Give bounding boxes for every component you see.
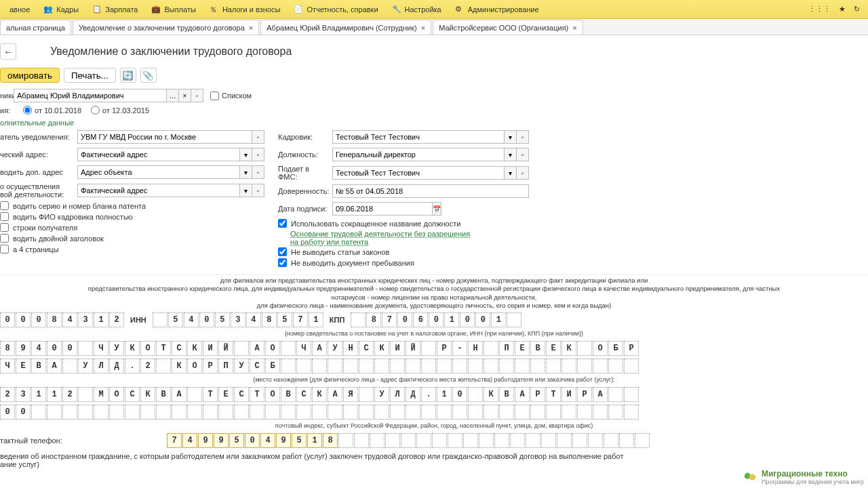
chk-no-laws[interactable] <box>278 247 287 256</box>
menu-salary[interactable]: 📋Зарплата <box>85 0 144 18</box>
cell: В <box>530 341 545 356</box>
calendar-button[interactable]: 📅 <box>433 202 441 216</box>
open-button[interactable]: ▫ <box>191 89 203 102</box>
gear-icon: ⚙ <box>455 5 465 14</box>
cell <box>577 359 592 373</box>
additional-data-section[interactable]: олнительные данные <box>0 119 868 127</box>
cell: Р <box>624 341 639 356</box>
cell <box>479 433 494 448</box>
cell <box>577 405 592 420</box>
cell <box>515 359 530 373</box>
basis-link[interactable]: Основание трудовой деятельности без разр… <box>290 230 480 246</box>
page-title: Уведомление о заключении трудового догов… <box>50 45 292 58</box>
open-button[interactable]: ▫ <box>517 130 529 144</box>
cell: С <box>172 341 186 356</box>
cell: К <box>484 387 498 402</box>
cell <box>172 405 186 420</box>
hr-input[interactable] <box>332 130 505 144</box>
cell: В <box>31 359 46 373</box>
list-checkbox[interactable] <box>210 92 219 100</box>
date-radio-1[interactable] <box>23 106 32 115</box>
notifier-input[interactable] <box>77 130 252 144</box>
cell <box>390 405 405 420</box>
open-button[interactable]: ▫ <box>252 184 264 197</box>
cell: Е <box>218 387 233 402</box>
menu-admin[interactable]: ⚙Администрирование <box>448 0 546 18</box>
close-icon[interactable]: × <box>249 24 253 32</box>
dropdown-button[interactable]: ▾ <box>240 148 252 161</box>
refresh-button[interactable]: 🔄 <box>120 68 136 83</box>
print-button[interactable]: Печать... <box>64 68 116 83</box>
add-address-input[interactable] <box>77 165 240 179</box>
chk-short[interactable] <box>278 219 287 228</box>
employee-input[interactable] <box>14 89 167 102</box>
star-icon[interactable]: ★ <box>839 5 846 14</box>
date-radio-2[interactable] <box>91 106 100 115</box>
open-button[interactable]: ▫ <box>252 130 264 144</box>
chk-lines[interactable] <box>0 223 9 232</box>
cells-row-5: 00 <box>0 405 868 420</box>
back-button[interactable]: ← <box>0 43 16 60</box>
cell: Р <box>203 359 218 373</box>
open-button[interactable]: ▫ <box>517 166 529 180</box>
history-icon[interactable]: ↻ <box>854 5 860 14</box>
menu-taxes[interactable]: ％Налоги и взносы <box>203 0 288 18</box>
dropdown-button[interactable]: ▾ <box>240 184 252 197</box>
menu-settings[interactable]: 🔧Настройка <box>385 0 448 18</box>
cell <box>635 433 650 448</box>
proxy-input[interactable] <box>332 184 529 198</box>
tab-start[interactable]: альная страница <box>0 20 71 35</box>
close-icon[interactable]: × <box>572 24 576 32</box>
cell <box>421 359 436 373</box>
dropdown-button[interactable]: ▾ <box>240 165 252 179</box>
cell <box>608 387 623 402</box>
chk-no-doc[interactable] <box>278 258 287 267</box>
ellipsis-button[interactable]: … <box>167 89 179 102</box>
dropdown-button[interactable]: ▾ <box>505 166 517 180</box>
cell <box>406 405 420 420</box>
activity-place-input[interactable] <box>77 184 240 197</box>
close-icon[interactable]: × <box>421 24 425 32</box>
chk-pages[interactable] <box>0 245 9 253</box>
cell: О <box>593 341 608 356</box>
cell <box>624 359 639 373</box>
cell <box>281 405 296 420</box>
open-button[interactable]: ▫ <box>517 148 529 161</box>
chk-fio[interactable] <box>0 212 9 221</box>
form-button[interactable]: омировать <box>0 68 60 83</box>
cell: 0 <box>31 312 46 327</box>
menu-reports[interactable]: 📄Отчетность, справки <box>287 0 384 18</box>
cell: - <box>452 341 467 356</box>
address-input[interactable] <box>77 148 240 161</box>
fms-input[interactable] <box>332 166 505 180</box>
chk-double[interactable] <box>0 234 9 243</box>
cell <box>328 405 342 420</box>
cell: Р <box>577 387 592 402</box>
cell <box>608 405 623 420</box>
apps-icon[interactable]: ⋮⋮⋮ <box>808 5 831 14</box>
menu-payments[interactable]: 💼Выплаты <box>144 0 202 18</box>
tab-org[interactable]: Майстройсервис ООО (Организация)× <box>433 20 583 35</box>
tab-notification[interactable]: Уведомление о заключении трудового догов… <box>73 20 259 35</box>
chk-patent[interactable] <box>0 201 9 210</box>
employees-label: ники: <box>0 92 14 100</box>
sign-date-input[interactable] <box>332 202 433 216</box>
open-button[interactable]: ▫ <box>252 148 264 161</box>
cell <box>561 405 576 420</box>
dropdown-button[interactable]: ▾ <box>505 148 517 161</box>
cells-phone: 74995049518 <box>167 433 338 448</box>
clear-button[interactable]: × <box>179 89 191 102</box>
cell: 5 <box>215 312 230 327</box>
export-button[interactable]: 📎 <box>140 68 157 83</box>
cell: 8 <box>366 312 381 327</box>
tab-employee[interactable]: Абрамец Юрий Владимирович (Сотрудник)× <box>260 20 431 35</box>
cell: Л <box>94 359 108 373</box>
menu-hr[interactable]: 👥Кадры <box>37 0 85 18</box>
dropdown-button[interactable]: ▾ <box>505 130 517 144</box>
menu-main[interactable]: авное <box>3 0 37 18</box>
position-input[interactable] <box>332 148 505 161</box>
cell: У <box>374 387 389 402</box>
open-button[interactable]: ▫ <box>252 165 264 179</box>
cell: 0 <box>62 341 77 356</box>
cell: 0 <box>245 433 260 448</box>
